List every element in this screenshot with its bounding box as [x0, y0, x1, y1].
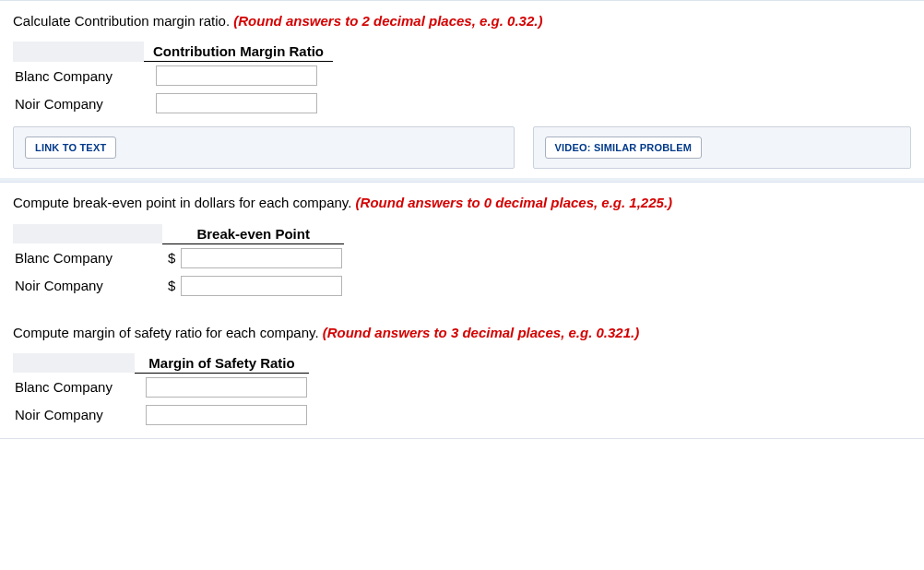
table-margin-of-safety: Margin of Safety Ratio Blanc Company Noi…	[13, 353, 309, 429]
answer-input-blanc-be[interactable]	[181, 248, 342, 268]
table-header-spacer	[13, 353, 135, 374]
table-row: Blanc Company	[13, 62, 333, 90]
video-similar-button[interactable]: VIDEO: SIMILAR PROBLEM	[545, 137, 703, 159]
section-break-even: Compute break-even point in dollars for …	[0, 182, 924, 429]
table-contribution-margin: Contribution Margin Ratio Blanc Company …	[13, 42, 333, 117]
currency-prefix	[144, 89, 154, 117]
row-label: Noir Company	[13, 89, 144, 117]
table-column-header: Contribution Margin Ratio	[144, 42, 333, 62]
resource-box-left: LINK TO TEXT	[13, 126, 515, 169]
prompt-plain: Compute break-even point in dollars for …	[13, 195, 356, 210]
currency-prefix	[144, 62, 154, 90]
currency-prefix	[135, 401, 144, 429]
prompt-text: Compute margin of safety ratio for each …	[13, 324, 911, 342]
table-header-spacer	[13, 42, 144, 62]
table-row: Noir Company	[13, 89, 333, 117]
table-row: Blanc Company	[13, 373, 309, 401]
table-header-spacer	[13, 224, 162, 244]
currency-prefix: $	[162, 272, 179, 300]
row-label: Noir Company	[13, 401, 135, 429]
prompt-plain: Calculate Contribution margin ratio.	[13, 13, 233, 29]
resource-bar: LINK TO TEXT VIDEO: SIMILAR PROBLEM	[13, 126, 911, 169]
table-row: Noir Company $	[13, 272, 344, 300]
answer-input-noir-be[interactable]	[181, 276, 342, 296]
section-contribution-margin: Calculate Contribution margin ratio. (Ro…	[0, 0, 924, 169]
answer-input-noir-cm[interactable]	[156, 93, 317, 113]
prompt-text: Calculate Contribution margin ratio. (Ro…	[13, 12, 911, 30]
table-column-header: Margin of Safety Ratio	[135, 353, 309, 374]
row-label: Blanc Company	[13, 62, 144, 90]
table-row: Blanc Company $	[13, 243, 344, 272]
table-row: Noir Company	[13, 401, 309, 429]
currency-prefix	[135, 373, 144, 401]
row-label: Blanc Company	[13, 243, 162, 272]
row-label: Noir Company	[13, 272, 162, 300]
bottom-divider	[0, 438, 924, 439]
table-break-even: Break-even Point Blanc Company $ Noir Co…	[13, 224, 344, 300]
prompt-instruction: (Round answers to 0 decimal places, e.g.…	[356, 195, 672, 210]
answer-input-noir-mos[interactable]	[146, 405, 307, 425]
answer-input-blanc-cm[interactable]	[156, 65, 317, 86]
link-to-text-button[interactable]: LINK TO TEXT	[25, 137, 116, 159]
resource-box-right: VIDEO: SIMILAR PROBLEM	[533, 126, 911, 169]
prompt-plain: Compute margin of safety ratio for each …	[13, 325, 323, 340]
table-column-header: Break-even Point	[162, 224, 344, 244]
row-label: Blanc Company	[13, 373, 135, 401]
prompt-instruction: (Round answers to 3 decimal places, e.g.…	[323, 325, 639, 340]
prompt-instruction: (Round answers to 2 decimal places, e.g.…	[233, 13, 542, 29]
prompt-text: Compute break-even point in dollars for …	[13, 194, 911, 212]
currency-prefix: $	[162, 243, 179, 272]
answer-input-blanc-mos[interactable]	[146, 377, 307, 398]
